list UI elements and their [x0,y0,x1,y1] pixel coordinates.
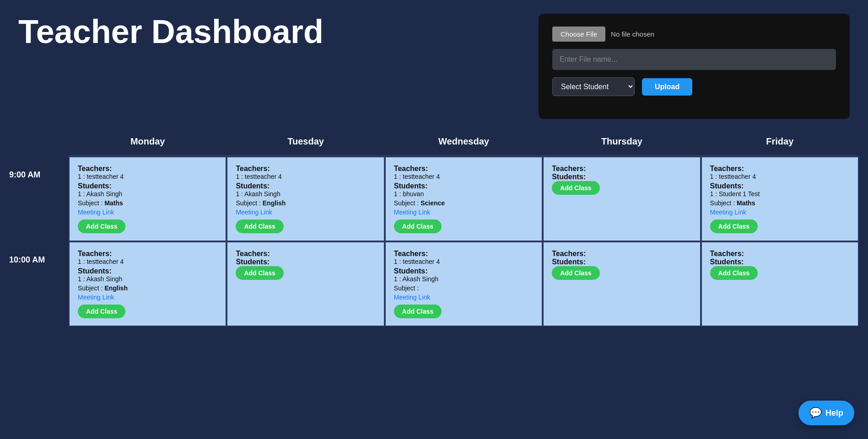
cell-fri-900: Teachers: 1 : testteacher 4 Students: 1 … [701,156,859,241]
teacher-name: 1 : testteacher 4 [394,258,534,265]
time-label-900: 9:00 AM [9,156,69,241]
teachers-label: Teachers: [710,250,850,258]
upload-controls-row: Select Student Upload [552,77,836,96]
meeting-link[interactable]: Meeting Link [236,209,375,216]
teachers-label: Teachers: [552,165,691,173]
teacher-name: 1 : testteacher 4 [710,173,850,180]
teachers-label: Teachers: [236,250,375,258]
students-label: Students: [552,258,691,266]
cell-mon-1000: Teachers: 1 : testteacher 4 Students: 1 … [69,241,226,327]
cell-thu-900: Teachers: Students: Add Class [543,156,701,241]
day-header-wednesday: Wednesday [385,128,543,156]
teacher-name: 1 : testteacher 4 [78,258,217,265]
add-class-button[interactable]: Add Class [394,305,442,318]
student-name: 1 : bhuvan [394,190,534,198]
teacher-name: 1 : testteacher 4 [236,173,375,180]
teachers-label: Teachers: [710,165,850,173]
help-button-label: Help [825,408,843,418]
header-section: Teacher Dashboard Choose File No file ch… [0,0,868,128]
students-label: Students: [78,267,217,275]
add-class-button[interactable]: Add Class [78,220,125,233]
students-label: Students: [394,267,534,275]
students-label: Students: [552,173,691,181]
day-header-monday: Monday [69,128,226,156]
subject-row: Subject : English [236,199,375,207]
teachers-label: Teachers: [394,250,534,258]
subject-row: Subject : Science [394,199,534,207]
day-header-thursday: Thursday [543,128,701,156]
student-name: 1 : Akash Singh [78,275,217,283]
student-name: 1 : Student 1 Test [710,190,850,198]
meeting-link[interactable]: Meeting Link [394,209,534,216]
meeting-link[interactable]: Meeting Link [78,209,217,216]
cell-thu-1000: Teachers: Students: Add Class [543,241,701,327]
day-header-tuesday: Tuesday [226,128,384,156]
day-header-friday: Friday [701,128,859,156]
cell-wed-1000: Teachers: 1 : testteacher 4 Students: 1 … [385,241,543,327]
students-label: Students: [710,258,850,266]
add-class-button[interactable]: Add Class [236,220,283,233]
add-class-button[interactable]: Add Class [78,305,125,318]
subject-row: Subject : Maths [710,199,850,207]
add-class-button[interactable]: Add Class [552,181,599,195]
cell-tue-1000: Teachers: Students: Add Class [226,241,384,327]
time-header-empty [9,128,69,156]
student-name: 1 : Akash Singh [394,275,534,283]
students-label: Students: [236,182,375,190]
subject-name: English [104,284,128,292]
add-class-button[interactable]: Add Class [710,220,758,233]
chat-bubble-icon: 💬 [809,407,822,419]
add-class-button[interactable]: Add Class [236,266,283,280]
cell-wed-900: Teachers: 1 : testteacher 4 Students: 1 … [385,156,543,241]
students-label: Students: [236,258,375,266]
subject-name: Science [421,199,445,207]
no-file-text: No file chosen [611,30,654,38]
add-class-button[interactable]: Add Class [710,266,758,280]
page-title: Teacher Dashboard [18,14,323,50]
teacher-name: 1 : testteacher 4 [394,173,534,180]
teachers-label: Teachers: [78,165,217,173]
teachers-label: Teachers: [78,250,217,258]
teachers-label: Teachers: [394,165,534,173]
cell-tue-900: Teachers: 1 : testteacher 4 Students: 1 … [226,156,384,241]
time-label-1000: 10:00 AM [9,241,69,327]
students-label: Students: [78,182,217,190]
subject-row: Subject : English [78,284,217,292]
file-name-input[interactable] [552,49,836,70]
upload-panel: Choose File No file chosen Select Studen… [539,14,850,119]
add-class-button[interactable]: Add Class [394,220,442,233]
subject-name: English [263,199,286,207]
file-input-row: Choose File No file chosen [552,27,836,42]
subject-name: Maths [104,199,123,207]
students-label: Students: [394,182,534,190]
teachers-label: Teachers: [552,250,691,258]
schedule-section: Monday Tuesday Wednesday Thursday Friday… [0,128,868,336]
teacher-name: 1 : testteacher 4 [78,173,217,180]
teachers-label: Teachers: [236,165,375,173]
meeting-link[interactable]: Meeting Link [78,294,217,301]
meeting-link[interactable]: Meeting Link [394,294,534,301]
student-name: 1 : Akash Singh [78,190,217,198]
add-class-button[interactable]: Add Class [552,266,599,280]
students-label: Students: [710,182,850,190]
help-button[interactable]: 💬 Help [798,401,854,425]
cell-mon-900: Teachers: 1 : testteacher 4 Students: 1 … [69,156,226,241]
subject-name: Maths [737,199,755,207]
choose-file-button[interactable]: Choose File [552,27,605,42]
cell-fri-1000: Teachers: Students: Add Class [701,241,859,327]
schedule-grid: Monday Tuesday Wednesday Thursday Friday… [9,128,859,327]
upload-button[interactable]: Upload [642,78,692,96]
student-select[interactable]: Select Student [552,77,635,96]
meeting-link[interactable]: Meeting Link [710,209,850,216]
subject-row: Subject : Maths [78,199,217,207]
subject-row: Subject : [394,284,534,292]
student-name: 1 : Akash Singh [236,190,375,198]
